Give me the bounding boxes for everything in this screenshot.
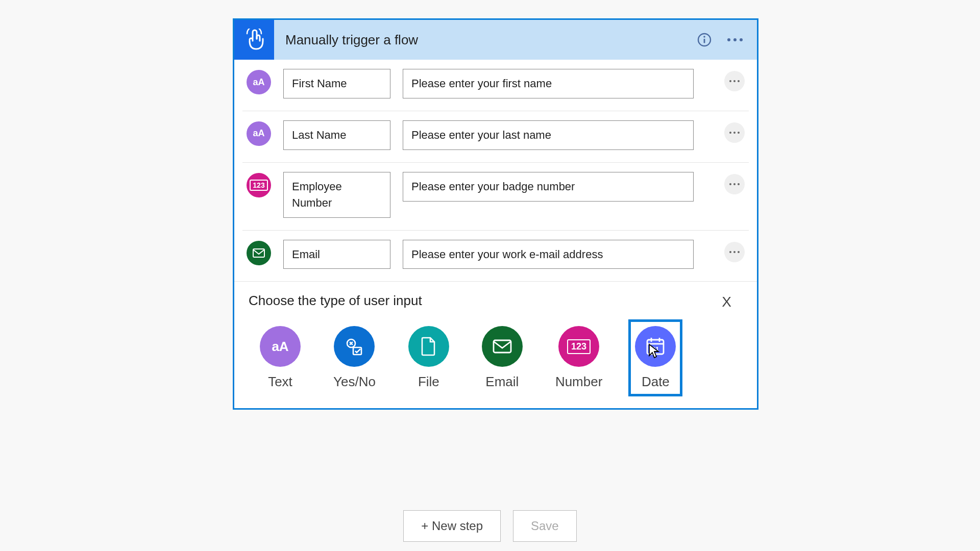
svg-point-17 [733,251,736,253]
footer-actions: + New step Save [0,510,980,542]
input-type-email[interactable]: Email [480,324,525,392]
input-placeholder-field[interactable]: Please enter your first name [403,69,694,98]
close-button[interactable]: X [722,294,731,310]
svg-point-2 [703,36,705,38]
svg-point-11 [738,132,740,134]
trigger-card: Manually trigger a flow aA First Na [233,18,758,410]
choose-input-type-panel: Choose the type of user input X aA Text … [234,281,757,408]
input-row: aA Last Name Please enter your last name [242,111,749,163]
svg-point-6 [729,80,731,82]
svg-rect-20 [353,347,361,355]
svg-point-13 [733,183,736,185]
text-icon: aA [247,70,271,94]
input-placeholder-field[interactable]: Please enter your last name [403,120,694,150]
input-row: aA First Name Please enter your first na… [242,60,749,111]
input-row: 123 Employee Number Please enter your ba… [242,163,749,231]
type-label: File [418,374,439,390]
type-label: Text [268,374,292,390]
input-name-field[interactable]: First Name [283,69,390,98]
input-type-date[interactable]: 21 Date [631,322,680,394]
email-icon [247,241,271,265]
card-title: Manually trigger a flow [274,32,697,48]
inputs-area: aA First Name Please enter your first na… [234,60,757,281]
svg-point-7 [733,80,736,82]
svg-point-4 [733,38,737,41]
card-header: Manually trigger a flow [234,20,757,60]
svg-rect-21 [494,340,511,353]
input-row: Email Please enter your work e-mail addr… [242,231,749,282]
svg-point-9 [729,132,731,134]
input-type-file[interactable]: File [406,324,451,392]
input-name-field[interactable]: Email [283,240,390,269]
svg-point-18 [738,251,740,253]
type-label: Date [642,374,670,390]
number-icon: 123 [247,173,271,197]
new-step-button[interactable]: + New step [403,510,501,542]
svg-point-3 [727,38,730,41]
input-type-yesno[interactable]: Yes/No [331,324,378,392]
save-button[interactable]: Save [513,510,577,542]
svg-point-5 [740,38,743,41]
svg-rect-15 [253,249,264,257]
input-type-options: aA Text Yes/No [249,324,743,392]
info-icon[interactable] [697,32,712,47]
svg-point-8 [738,80,740,82]
row-menu-button[interactable] [724,71,745,91]
row-menu-button[interactable] [724,122,745,143]
type-label: Number [555,374,602,390]
input-placeholder-field[interactable]: Please enter your badge number [403,172,694,202]
input-placeholder-field[interactable]: Please enter your work e-mail address [403,240,694,269]
text-icon: aA [247,121,271,146]
svg-point-10 [733,132,736,134]
input-type-number[interactable]: 123 Number [553,324,604,392]
svg-rect-1 [704,39,705,43]
input-type-text[interactable]: aA Text [258,324,303,392]
svg-point-14 [738,183,740,185]
cursor-icon [648,343,659,359]
input-name-field[interactable]: Last Name [283,120,390,150]
choose-panel-title: Choose the type of user input [249,293,743,309]
type-label: Yes/No [333,374,376,390]
type-label: Email [485,374,519,390]
row-menu-button[interactable] [724,242,745,262]
svg-point-16 [729,251,731,253]
card-menu-icon[interactable] [726,37,744,42]
row-menu-button[interactable] [724,174,745,194]
svg-point-12 [729,183,731,185]
trigger-icon [234,20,274,60]
input-name-field[interactable]: Employee Number [283,172,390,218]
